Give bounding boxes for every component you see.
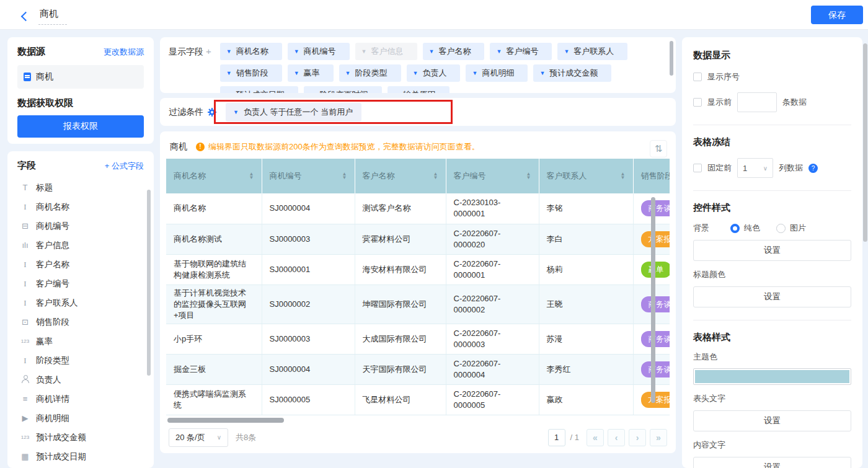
solid-color-option[interactable]: 纯色: [730, 223, 760, 234]
next-page-button[interactable]: ›: [629, 429, 646, 446]
chip-row: ▼商机名称▼商机编号▼客户信息▼客户名称▼客户编号▼客户联系人: [220, 43, 628, 60]
show-first-checkbox[interactable]: [693, 98, 702, 107]
prev-page-button[interactable]: ‹: [608, 429, 625, 446]
table-cell: SJ0000004: [262, 354, 355, 384]
image-option[interactable]: 图片: [776, 223, 806, 234]
display-field-chip[interactable]: ▼销售阶段: [220, 64, 282, 82]
display-fields-scrollbar[interactable]: [670, 41, 673, 76]
column-header[interactable]: 商机名称▲▼: [166, 159, 262, 193]
table-horizontal-scrollbar[interactable]: [167, 418, 284, 423]
title-color-set-button[interactable]: 设置: [693, 286, 851, 307]
display-field-chip[interactable]: ▼商机名称: [220, 43, 282, 60]
datasource-item[interactable]: 商机: [17, 65, 144, 89]
field-item[interactable]: I商机名称: [17, 197, 144, 216]
field-item[interactable]: ▦预计成交日期: [17, 447, 144, 466]
column-header[interactable]: 客户编号▲▼: [446, 159, 539, 193]
back-icon[interactable]: [19, 11, 32, 24]
field-item[interactable]: ≡商机详情: [17, 389, 144, 408]
table-cell: SJ0000003: [262, 324, 355, 354]
display-field-chip[interactable]: ▼预计成交金额: [533, 64, 611, 82]
table-cell: 嬴政: [539, 384, 633, 415]
add-field-icon[interactable]: +: [206, 46, 211, 56]
first-page-button[interactable]: «: [587, 429, 604, 446]
filter-condition-chip[interactable]: ▼ 负责人 等于任意一个 当前用户: [226, 103, 361, 121]
fields-card: 字段 + 公式字段 T标题I商机名称⊟商机编号ılı客户信息I客户名称I客户编号…: [7, 151, 154, 468]
title-color-label: 标题颜色: [693, 269, 851, 280]
row-limit-input[interactable]: [737, 92, 777, 112]
table-vertical-scrollbar[interactable]: [651, 197, 655, 403]
content-text-set-button[interactable]: 设置: [693, 457, 851, 468]
field-item[interactable]: I客户名称: [17, 255, 144, 274]
sort-carets-icon[interactable]: ▲▼: [526, 172, 531, 180]
table-cell: 坤曜国际有限公司: [355, 285, 446, 324]
display-field-chip[interactable]: ▼客户联系人: [557, 43, 627, 60]
sort-carets-icon[interactable]: ▲▼: [433, 172, 438, 180]
total-count: 共8条: [236, 432, 256, 443]
last-page-button[interactable]: »: [650, 429, 667, 446]
sort-icon[interactable]: ⇅: [650, 140, 667, 157]
table-cell: C-20220607-0000002: [446, 285, 539, 324]
save-button[interactable]: 保存: [811, 6, 863, 24]
divider: [693, 125, 851, 125]
column-header[interactable]: 销售阶段▲▼: [633, 159, 670, 193]
field-item-label: 负责人: [36, 374, 61, 386]
display-field-chip[interactable]: ▼输单原因: [388, 86, 450, 93]
header-text-set-button[interactable]: 设置: [693, 410, 851, 431]
freeze-columns-checkbox[interactable]: [693, 164, 702, 172]
chevron-down-icon: ∨: [217, 434, 221, 441]
display-field-chip[interactable]: ▼预计成交日期: [220, 86, 298, 93]
freeze-count-select[interactable]: 1 ∨: [737, 158, 773, 178]
table-style-title: 表格样式: [693, 332, 851, 343]
table-cell: 天宇国际有限公司: [355, 354, 446, 384]
caret-down-icon: ▼: [539, 70, 545, 76]
field-item[interactable]: T标题: [17, 178, 144, 197]
display-field-chip[interactable]: ▼赢率: [288, 64, 334, 82]
display-field-chip[interactable]: ▼阶段类型: [339, 64, 401, 82]
change-datasource-link[interactable]: 更改数据源: [104, 46, 144, 58]
background-set-button[interactable]: 设置: [693, 240, 851, 261]
column-header[interactable]: 客户联系人▲▼: [539, 159, 633, 193]
table-cell: 海安材料有限公司: [355, 254, 446, 285]
display-field-chip[interactable]: ▼客户名称: [423, 43, 485, 60]
display-field-chip[interactable]: ▼客户编号: [490, 43, 552, 60]
column-header-label: 销售阶段: [641, 170, 670, 182]
fields-scrollbar[interactable]: [147, 190, 151, 376]
report-permission-button[interactable]: 报表权限: [17, 115, 144, 138]
display-field-chip[interactable]: ▼阶段变更时间: [304, 86, 382, 93]
current-page-input[interactable]: 1: [548, 429, 565, 446]
field-item[interactable]: I客户编号: [17, 274, 144, 293]
field-item[interactable]: ⊡销售阶段: [17, 312, 144, 332]
field-item[interactable]: 负责人: [17, 370, 144, 389]
sort-carets-icon[interactable]: ▲▼: [342, 172, 347, 180]
settings-panel-scrollbar[interactable]: [863, 43, 867, 242]
field-item-label: 预计成交日期: [36, 451, 86, 462]
sort-carets-icon[interactable]: ▲▼: [249, 172, 254, 180]
sort-carets-icon[interactable]: ▲▼: [621, 172, 626, 180]
column-header[interactable]: 商机编号▲▼: [262, 159, 355, 193]
table-row: 商机名称测试SJ0000003蓂霍材料公司C-20220607-0000020李…: [166, 224, 670, 254]
field-item[interactable]: ▶商机明细: [17, 408, 144, 428]
table-cell: SJ0000002: [262, 285, 355, 324]
column-header[interactable]: 客户名称▲▼: [355, 159, 446, 193]
show-index-checkbox[interactable]: [693, 73, 702, 81]
theme-color-picker[interactable]: [693, 368, 851, 385]
field-item[interactable]: 123预计成交金额: [17, 428, 144, 447]
display-field-chip[interactable]: ▼负责人: [407, 64, 461, 82]
table-row: 商机名称SJ0000004测试客户名称C-20230103-0000001李铭商…: [166, 193, 670, 224]
field-item[interactable]: ılı客户信息: [17, 236, 144, 255]
field-item[interactable]: 123赢率: [17, 332, 144, 351]
gear-icon[interactable]: [208, 108, 216, 117]
caret-down-icon: ▼: [345, 70, 351, 76]
display-field-chip[interactable]: ▼商机明细: [466, 64, 528, 82]
formula-field-link[interactable]: + 公式字段: [105, 161, 144, 172]
field-item[interactable]: I客户联系人: [17, 293, 144, 312]
table-cell: C-20220607-0000020: [446, 224, 539, 254]
field-item[interactable]: ⊟商机编号: [17, 216, 144, 236]
fields-title: 字段: [17, 160, 36, 172]
chip-label: 客户名称: [438, 46, 471, 57]
table-cell: C-20220607-0000005: [446, 384, 539, 415]
page-size-select[interactable]: 20 条/页 ∨: [169, 428, 228, 447]
display-field-chip[interactable]: ▼商机编号: [288, 43, 350, 60]
field-item[interactable]: I阶段类型: [17, 351, 144, 370]
help-icon[interactable]: ?: [808, 164, 818, 173]
